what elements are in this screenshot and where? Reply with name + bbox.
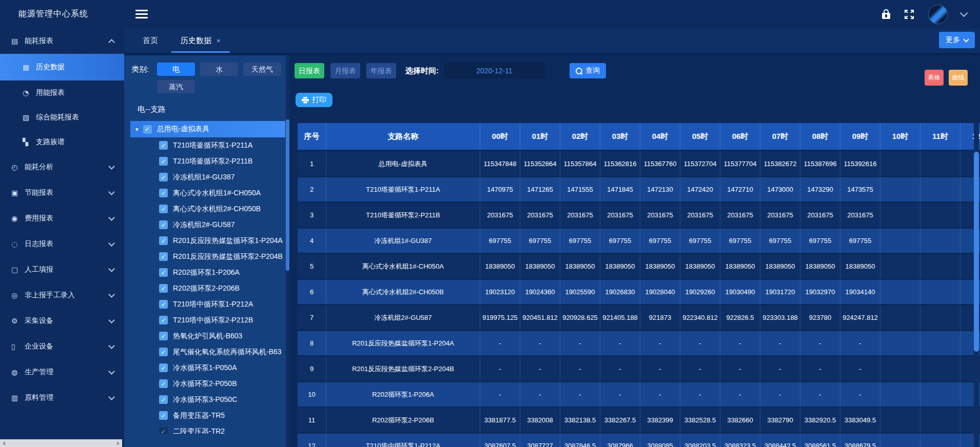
print-button[interactable]: 打印 bbox=[296, 93, 332, 107]
table-cell: 3088203.5 bbox=[680, 434, 720, 447]
sidebar-item-history-data[interactable]: ▦历史数据 bbox=[0, 54, 124, 80]
curve-view-button[interactable]: 曲线 bbox=[949, 70, 968, 86]
checkbox-icon[interactable]: ✓ bbox=[159, 363, 168, 372]
sidebar-item-branch-genealogy[interactable]: ▚支路族谱 bbox=[0, 130, 124, 154]
checkbox-icon[interactable]: ✓ bbox=[159, 268, 168, 277]
more-button[interactable]: 更多 bbox=[939, 32, 975, 48]
branch-name-cell: 离心式冷水机组2#-CH050B bbox=[326, 280, 480, 304]
tree-item[interactable]: ✓T210塔中循环泵2-P212B bbox=[129, 312, 289, 328]
category-button-水[interactable]: 水 bbox=[200, 63, 238, 76]
more-button-label: 更多 bbox=[946, 35, 960, 45]
tree-item[interactable]: ✓离心式冷水机组1#-CH050A bbox=[129, 185, 289, 201]
sidebar-item-enterprise-device[interactable]: ▯企业设备 bbox=[0, 334, 124, 359]
tree-item[interactable]: ✓离心式冷水机组2#-CH050B bbox=[129, 201, 289, 217]
checkbox-icon[interactable]: ✓ bbox=[159, 205, 168, 213]
checkbox-icon[interactable]: ✓ bbox=[159, 348, 168, 356]
table-cell: 19025590 bbox=[560, 280, 600, 304]
lock-icon[interactable] bbox=[882, 13, 890, 19]
report-type-日报表[interactable]: 日报表 bbox=[295, 63, 324, 78]
checkbox-icon[interactable]: ✓ bbox=[159, 379, 168, 388]
checkbox-icon[interactable]: ✓ bbox=[143, 125, 152, 134]
sidebar-item-energy-analysis[interactable]: ◴能耗分析 bbox=[0, 154, 124, 180]
table-view-button[interactable]: 表格 bbox=[925, 70, 944, 86]
tree-scrollbar-thumb[interactable] bbox=[286, 119, 289, 271]
checkbox-icon[interactable]: ✓ bbox=[159, 173, 168, 181]
user-avatar[interactable] bbox=[928, 5, 948, 24]
tree-item[interactable]: ✓尾气催化氧化系统再循环风机-B63 bbox=[129, 344, 289, 360]
tree-item[interactable]: ✓冷冻机组1#-GU387 bbox=[129, 169, 289, 185]
category-button-天然气[interactable]: 天然气 bbox=[243, 63, 281, 76]
tree-item[interactable]: ✓R201反应段热媒盐循环泵1-P204A bbox=[129, 233, 289, 249]
table-cell: 3087727 bbox=[520, 434, 560, 447]
report-type-月报表[interactable]: 月报表 bbox=[330, 63, 360, 78]
checkbox-icon[interactable]: ✓ bbox=[159, 220, 168, 229]
sidebar-item-log-report[interactable]: ◌日志报表 bbox=[0, 231, 124, 257]
checkbox-icon[interactable]: ✓ bbox=[159, 157, 168, 166]
sidebar-item-cost-report[interactable]: ◉费用报表 bbox=[0, 206, 124, 231]
table-row: 7冷冻机组2#-GU587919975.125920451.812920928.… bbox=[298, 306, 980, 330]
horizontal-scrollbar[interactable] bbox=[0, 439, 122, 447]
tree-item[interactable]: ✓冷水循环泵3-P050C bbox=[129, 392, 289, 408]
seq-cell: 8 bbox=[298, 331, 326, 355]
tree-item[interactable]: ✓R202循环泵2-P206B bbox=[129, 280, 289, 296]
sidebar-item-energy-report[interactable]: ▤能耗报表 bbox=[0, 28, 124, 54]
table-cell: - bbox=[560, 382, 600, 407]
tab-历史数据[interactable]: 历史数据× bbox=[169, 28, 232, 53]
table-cell: 1472710 bbox=[720, 177, 760, 201]
tree-item[interactable]: ✓T210塔釜循环泵2-P211B bbox=[129, 153, 289, 169]
tree-scrollbar[interactable] bbox=[286, 55, 289, 447]
checkbox-icon[interactable]: ✓ bbox=[159, 141, 168, 150]
scroll-left-arrow-icon[interactable] bbox=[3, 441, 5, 445]
tree-item[interactable]: ✓冷冻机组2#-GU587 bbox=[129, 217, 289, 233]
table-cell: - bbox=[520, 331, 560, 355]
tree-item[interactable]: ✓二段变压器-TR2 bbox=[129, 423, 289, 434]
sidebar-item-comprehensive-energy-report[interactable]: ▧综合能耗报表 bbox=[0, 105, 124, 130]
checkbox-icon[interactable]: ✓ bbox=[159, 284, 168, 293]
tree-item[interactable]: ✓备用变压器-TR5 bbox=[129, 408, 289, 423]
checkbox-icon[interactable]: ✓ bbox=[159, 395, 168, 404]
tree-item[interactable]: ✓R201反应段热媒盐循环泵2-P204B bbox=[129, 249, 289, 265]
tree-item[interactable]: ✓冷水循环泵1-P050A bbox=[129, 360, 289, 376]
checkbox-icon[interactable]: ✓ bbox=[159, 300, 168, 309]
sidebar-item-energy-saving-report[interactable]: ▣节能报表 bbox=[0, 180, 124, 206]
scroll-right-arrow-icon[interactable] bbox=[117, 441, 120, 445]
fullscreen-icon[interactable] bbox=[904, 9, 915, 20]
sidebar-item-production-management[interactable]: ◍生产管理 bbox=[0, 359, 124, 385]
table-cell: 3087607.5 bbox=[480, 434, 520, 447]
table-cell bbox=[880, 280, 920, 304]
sidebar-item-offline-manual-entry[interactable]: ◎非上报手工录入 bbox=[0, 282, 124, 308]
tab-首页[interactable]: 首页 bbox=[131, 28, 169, 53]
table-cell: 18389050 bbox=[640, 254, 680, 278]
tree-item[interactable]: ✓热氧化炉引风机-B603 bbox=[129, 328, 289, 344]
checkbox-icon[interactable]: ✓ bbox=[159, 427, 168, 434]
category-button-电[interactable]: 电 bbox=[157, 63, 195, 76]
column-header: 10时 bbox=[880, 123, 920, 150]
hamburger-menu-icon[interactable] bbox=[135, 10, 148, 18]
sidebar-item-manual-fill[interactable]: ▢人工填报 bbox=[0, 257, 124, 282]
table-scrollbar-thumb[interactable] bbox=[974, 152, 979, 352]
tree-item[interactable]: ✓冷水循环泵2-P050B bbox=[129, 376, 289, 392]
tree-item[interactable]: ✓T210塔釜循环泵1-P211A bbox=[129, 137, 289, 153]
checkbox-icon[interactable]: ✓ bbox=[159, 332, 168, 340]
report-type-年报表[interactable]: 年报表 bbox=[366, 63, 396, 78]
sidebar-item-label: 节能报表 bbox=[25, 188, 53, 197]
sidebar-item-material-management[interactable]: ▥原料管理 bbox=[0, 385, 124, 411]
query-button[interactable]: 查询 bbox=[570, 63, 606, 78]
tree-item[interactable]: ✓T210塔中循环泵1-P212A bbox=[129, 296, 289, 312]
tree-root-item[interactable]: ▾ ✓ 总用电-虚拟表具 bbox=[130, 121, 285, 137]
checkbox-icon[interactable]: ✓ bbox=[159, 252, 168, 261]
checkbox-icon[interactable]: ✓ bbox=[159, 411, 168, 420]
tree-item[interactable]: ✓R202循环泵1-P206A bbox=[129, 265, 289, 280]
chevron-down-icon bbox=[108, 317, 115, 323]
checkbox-icon[interactable]: ✓ bbox=[159, 189, 168, 197]
table-scrollbar[interactable] bbox=[974, 123, 979, 447]
date-input[interactable]: 2020-12-11 bbox=[444, 63, 545, 78]
sidebar-item-collection-device[interactable]: ⚙采集设备 bbox=[0, 308, 124, 334]
category-button-蒸汽[interactable]: 蒸汽 bbox=[157, 80, 195, 93]
caret-down-icon[interactable]: ▾ bbox=[135, 126, 139, 133]
sidebar-item-energy-use-report[interactable]: ◔用能报表 bbox=[0, 80, 124, 105]
close-tab-icon[interactable]: × bbox=[217, 37, 221, 45]
checkbox-icon[interactable]: ✓ bbox=[159, 316, 168, 324]
checkbox-icon[interactable]: ✓ bbox=[159, 236, 168, 245]
chevron-down-icon[interactable] bbox=[960, 9, 968, 17]
